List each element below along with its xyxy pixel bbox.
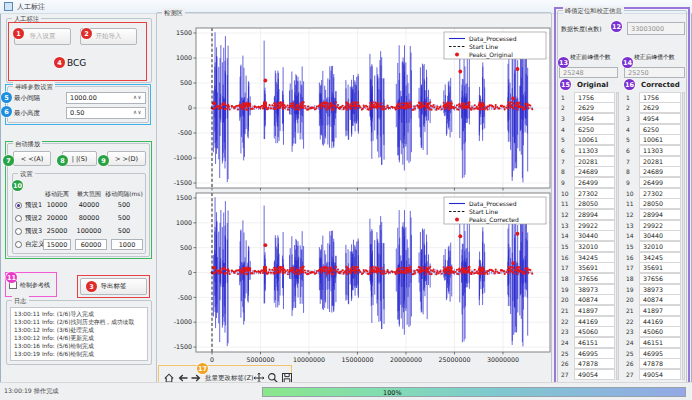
table-row[interactable]: 2345060 [624, 326, 686, 337]
table-row[interactable]: 1938973 [559, 284, 620, 295]
marker-15: 15 [560, 79, 571, 90]
table-row[interactable]: 2647878 [559, 358, 620, 369]
preset-radio-3[interactable] [15, 241, 22, 248]
table-row[interactable]: 1735691 [624, 263, 686, 274]
row-index: 4 [624, 126, 639, 133]
preset-radio-2[interactable] [15, 228, 22, 235]
table-row[interactable]: 1837656 [559, 273, 620, 284]
original-table-scrollbar[interactable] [616, 92, 619, 380]
row-value: 6250 [639, 124, 681, 135]
preset-0-label: 预设1 [25, 201, 42, 210]
table-row[interactable]: 34954 [559, 113, 620, 124]
table-row[interactable]: 46250 [624, 124, 686, 135]
table-row[interactable]: 1532010 [559, 241, 620, 252]
row-index: 22 [624, 318, 639, 325]
table-row[interactable]: 46250 [559, 124, 620, 135]
table-row[interactable]: 1430440 [559, 231, 620, 242]
preset-radio-0[interactable] [15, 202, 22, 209]
row-index: 16 [624, 254, 639, 261]
table-row[interactable]: 2040874 [624, 294, 686, 305]
custom-move-input[interactable]: 15000 [43, 239, 71, 250]
table-row[interactable]: 1430440 [624, 231, 686, 242]
table-row[interactable]: 1634245 [559, 252, 620, 263]
status-message: 13:00:19 操作完成 [4, 387, 59, 396]
table-row[interactable]: 2647878 [624, 358, 686, 369]
row-index: 11 [624, 200, 639, 207]
marker-12: 12 [611, 21, 622, 32]
spinner-arrows-icon[interactable]: ∧∨ [133, 109, 142, 115]
table-row[interactable]: 1735691 [559, 263, 620, 274]
original-peaks-table[interactable]: 1175622629349544625051006161130372028182… [559, 92, 620, 380]
min-interval-spinbox[interactable]: 1000.00 ∧∨ [66, 92, 146, 104]
table-row[interactable]: 720281 [624, 156, 686, 167]
table-row[interactable]: 1128050 [624, 199, 686, 210]
preset-radio-1[interactable] [15, 215, 22, 222]
custom-interval-input[interactable]: 1000 [111, 239, 143, 250]
table-row[interactable]: 2749054 [559, 369, 620, 380]
table-row[interactable]: 2141897 [624, 305, 686, 316]
table-row[interactable]: 2244169 [624, 316, 686, 327]
table-row[interactable]: 2546995 [624, 348, 686, 359]
table-row[interactable]: 1228994 [559, 209, 620, 220]
log-entry: 13:00:19 Info: (6/6)绘制完成 [14, 350, 144, 358]
table-row[interactable]: 22629 [624, 103, 686, 114]
table-row[interactable]: 34954 [624, 113, 686, 124]
custom-range-input[interactable]: 60000 [75, 239, 107, 250]
table-row[interactable]: 1027302 [559, 188, 620, 199]
table-row[interactable]: 11756 [624, 92, 686, 103]
peaks-after-value: 25250 [628, 69, 649, 77]
signal-charts[interactable]: -1500-1000-500050010001500Data_Processed… [158, 18, 552, 368]
row-value: 44169 [639, 316, 681, 327]
row-index: 22 [559, 318, 574, 325]
row-value: 24689 [574, 166, 615, 177]
table-row[interactable]: 1532010 [624, 241, 686, 252]
table-row[interactable]: 2141897 [559, 305, 620, 316]
group-peak-params-title: 寻峰参数设置 [13, 82, 55, 91]
table-row[interactable]: 2446151 [624, 337, 686, 348]
table-row[interactable]: 926499 [624, 177, 686, 188]
table-row[interactable]: 1228994 [624, 209, 686, 220]
table-row[interactable]: 1329922 [624, 220, 686, 231]
min-interval-value: 1000.00 [70, 94, 97, 102]
table-row[interactable]: 2244169 [559, 316, 620, 327]
table-row[interactable]: 1027302 [624, 188, 686, 199]
corrected-peaks-table[interactable]: 1175622629349544625051006161130372028182… [624, 92, 686, 380]
table-row[interactable]: 926499 [559, 177, 620, 188]
table-row[interactable]: 720281 [559, 156, 620, 167]
min-height-spinbox[interactable]: 0.50 ∧∨ [66, 107, 146, 119]
table-row[interactable]: 2546995 [559, 348, 620, 359]
table-row[interactable]: 1128050 [559, 199, 620, 210]
corrected-table-scrollbar[interactable] [682, 92, 685, 380]
table-row[interactable]: 2345060 [559, 326, 620, 337]
row-index: 7 [624, 158, 639, 165]
preset-0-move: 10000 [41, 201, 73, 209]
table-row[interactable]: 1329922 [559, 220, 620, 231]
table-row[interactable]: 824689 [624, 167, 686, 178]
table-row[interactable]: 1634245 [624, 252, 686, 263]
table-row[interactable]: 2040874 [559, 294, 620, 305]
marker-10: 10 [12, 180, 23, 191]
table-row[interactable]: 2446151 [559, 337, 620, 348]
row-index: 3 [624, 115, 639, 122]
table-row[interactable]: 510061 [559, 135, 620, 146]
autoplay-prev-label: < <(A) [21, 155, 43, 163]
autoplay-next-button[interactable]: > >(D) [107, 151, 146, 166]
spinner-arrows-icon[interactable]: ∧∨ [133, 94, 142, 100]
preset-2-interval: 500 [103, 227, 145, 235]
row-value: 30440 [574, 230, 615, 241]
row-index: 23 [559, 328, 574, 335]
table-row[interactable]: 11756 [559, 92, 620, 103]
table-row[interactable]: 1938973 [624, 284, 686, 295]
table-row[interactable]: 824689 [559, 167, 620, 178]
row-value: 34245 [574, 252, 615, 263]
table-row[interactable]: 611303 [559, 145, 620, 156]
row-index: 10 [559, 190, 574, 197]
table-row[interactable]: 510061 [624, 135, 686, 146]
log-lines[interactable]: 13:00:11 Info: (1/6)导入完成13:00:11 Info: (… [10, 307, 148, 361]
table-row[interactable]: 611303 [624, 145, 686, 156]
table-row[interactable]: 2749054 [624, 369, 686, 380]
table-row[interactable]: 1837656 [624, 273, 686, 284]
table-row[interactable]: 22629 [559, 103, 620, 114]
autoplay-prev-button[interactable]: < <(A) [13, 151, 51, 166]
log-entry: 13:00:12 Info: (3/6)处理完成 [14, 326, 144, 334]
